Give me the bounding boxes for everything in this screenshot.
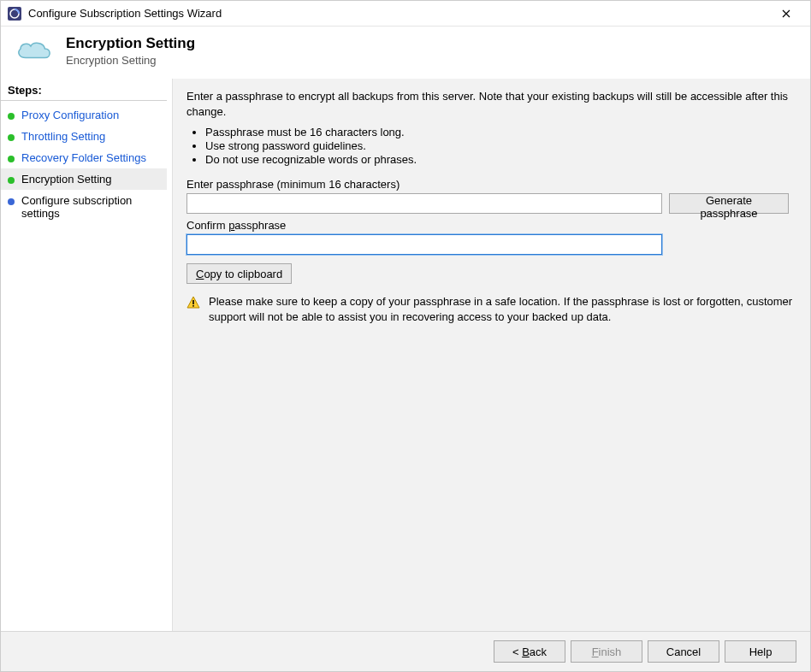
step-proxy-configuration[interactable]: Proxy Configuration	[1, 104, 167, 126]
step-bullet-icon	[8, 198, 15, 205]
label-suffix: assphrase	[234, 219, 286, 232]
wizard-footer: < Back Finish Cancel Help	[1, 631, 810, 671]
step-bullet-icon	[8, 156, 15, 162]
page-title: Encryption Setting	[66, 35, 195, 52]
button-mnemonic: C	[196, 268, 204, 280]
button-suffix: ack	[530, 645, 547, 658]
svg-rect-3	[192, 305, 194, 307]
body: Steps: Proxy Configuration Throttling Se…	[1, 79, 810, 631]
rule-item: Use strong password guidelines.	[205, 139, 796, 152]
finish-button[interactable]: Finish	[571, 640, 642, 663]
page-subtitle: Encryption Setting	[66, 54, 195, 67]
rule-item: Passphrase must be 16 characters long.	[205, 126, 796, 139]
step-configure-subscription-settings[interactable]: Configure subscription settings	[1, 190, 167, 224]
confirm-passphrase-input[interactable]	[186, 234, 662, 255]
button-prefix: <	[512, 645, 522, 658]
enter-passphrase-input[interactable]	[186, 193, 662, 214]
cancel-button[interactable]: Cancel	[648, 640, 719, 663]
step-label: Recovery Folder Settings	[21, 151, 146, 164]
wizard-window: Configure Subscription Settings Wizard E…	[0, 0, 811, 672]
warning-icon	[186, 296, 200, 309]
step-encryption-setting[interactable]: Encryption Setting	[1, 168, 167, 190]
help-button[interactable]: Help	[725, 640, 796, 663]
generate-passphrase-button[interactable]: Generate passphrase	[669, 193, 789, 214]
back-button[interactable]: < Back	[494, 640, 565, 663]
copy-to-clipboard-button[interactable]: Copy to clipboard	[186, 263, 292, 284]
rule-item: Do not use recognizable words or phrases…	[205, 153, 796, 166]
step-recovery-folder-settings[interactable]: Recovery Folder Settings	[1, 147, 167, 168]
steps-sidebar: Steps: Proxy Configuration Throttling Se…	[1, 79, 172, 631]
step-bullet-icon	[8, 134, 15, 141]
step-bullet-icon	[8, 113, 15, 120]
app-icon	[8, 7, 21, 21]
button-suffix: opy to clipboard	[204, 268, 282, 280]
svg-rect-2	[192, 300, 194, 304]
close-icon	[782, 9, 790, 18]
button-mnemonic: B	[522, 645, 530, 658]
content-pane: Enter a passphrase to encrypt all backup…	[172, 79, 810, 631]
warning-text: Please make sure to keep a copy of your …	[209, 294, 796, 324]
steps-list: Proxy Configuration Throttling Setting R…	[1, 104, 167, 224]
warning-row: Please make sure to keep a copy of your …	[186, 294, 796, 324]
close-button[interactable]	[769, 2, 803, 26]
header-texts: Encryption Setting Encryption Setting	[66, 35, 195, 67]
step-bullet-icon	[8, 177, 15, 184]
window-title: Configure Subscription Settings Wizard	[28, 7, 769, 20]
confirm-passphrase-label: Confirm passphrase	[186, 219, 796, 232]
button-mnemonic: F	[592, 645, 599, 658]
label-prefix: Confirm	[186, 219, 228, 232]
step-label: Throttling Setting	[21, 130, 105, 143]
step-throttling-setting[interactable]: Throttling Setting	[1, 126, 167, 147]
steps-heading: Steps:	[1, 79, 167, 101]
step-label: Configure subscription settings	[21, 194, 160, 220]
title-bar: Configure Subscription Settings Wizard	[1, 1, 810, 27]
passphrase-rules: Passphrase must be 16 characters long. U…	[205, 126, 796, 166]
step-label: Proxy Configuration	[21, 109, 119, 121]
button-suffix: inish	[599, 645, 622, 658]
enter-passphrase-label: Enter passphrase (minimum 16 characters)	[186, 178, 796, 191]
cloud-icon	[13, 37, 54, 66]
enter-passphrase-row: Generate passphrase	[186, 193, 796, 214]
header-band: Encryption Setting Encryption Setting	[1, 27, 810, 79]
intro-text: Enter a passphrase to encrypt all backup…	[186, 89, 796, 119]
step-label: Encryption Setting	[21, 173, 112, 186]
